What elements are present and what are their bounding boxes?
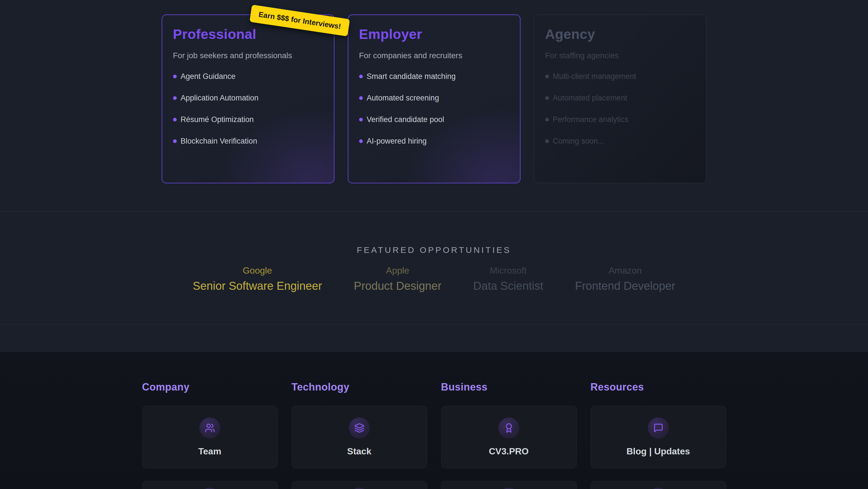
layers-icon xyxy=(349,418,370,438)
footer-card-label: Stack xyxy=(347,446,371,457)
bullet-icon xyxy=(545,75,549,78)
plans-section: Earn $$$ for Interviews! Professional Fo… xyxy=(0,0,868,211)
feature-label: Résumé Optimization xyxy=(181,115,254,124)
feature-label: Smart candidate matching xyxy=(367,72,456,81)
footer-column-business: Business CV3.PRO xyxy=(441,381,577,489)
feature-label: Automated placement xyxy=(553,94,627,103)
footer-card-label: CV3.PRO xyxy=(489,446,528,457)
footer-card-icon xyxy=(199,488,220,489)
job-title: Data Scientist xyxy=(473,280,543,292)
plan-feature-list: Agent Guidance Application Automation Ré… xyxy=(173,72,323,146)
bullet-icon xyxy=(545,139,549,143)
feature-label: Agent Guidance xyxy=(181,72,236,81)
bullet-icon xyxy=(359,139,363,143)
job-title: Senior Software Engineer xyxy=(193,280,322,292)
job-company: Amazon xyxy=(575,265,675,276)
footer-grid: Company Team Technology Stack xyxy=(0,381,868,489)
footer-card-partial[interactable] xyxy=(441,481,577,489)
bullet-icon xyxy=(173,75,177,78)
bullet-icon xyxy=(173,139,177,143)
featured-job-apple[interactable]: Apple Product Designer xyxy=(354,265,441,292)
footer-card-icon xyxy=(349,488,370,489)
job-company: Apple xyxy=(354,265,441,276)
plan-feature: Verified candidate pool xyxy=(359,115,509,124)
feature-label: Coming soon... xyxy=(553,137,604,146)
job-title: Frontend Developer xyxy=(575,280,675,292)
footer-column-heading: Company xyxy=(142,381,278,393)
footer-card-cv3pro[interactable]: CV3.PRO xyxy=(441,406,577,468)
plan-title: Employer xyxy=(359,26,509,42)
footer-column-resources: Resources Blog | Updates xyxy=(591,381,726,489)
plan-feature: Automated placement xyxy=(545,94,695,103)
plan-subtitle: For companies and recruiters xyxy=(359,51,509,60)
plan-feature: Coming soon... xyxy=(545,137,695,146)
plan-feature: AI-powered hiring xyxy=(359,137,509,146)
message-square-icon xyxy=(648,418,669,438)
plan-feature: Automated screening xyxy=(359,94,509,103)
featured-heading: FEATURED OPPORTUNITIES xyxy=(0,245,868,255)
job-company: Microsoft xyxy=(473,265,543,276)
feature-label: Multi-client management xyxy=(553,72,636,81)
footer-card-partial[interactable] xyxy=(291,481,427,489)
feature-label: AI-powered hiring xyxy=(367,137,427,146)
footer-card-stack[interactable]: Stack xyxy=(291,406,427,468)
footer-card-partial[interactable] xyxy=(591,481,726,489)
plan-feature: Performance analytics xyxy=(545,115,695,124)
feature-label: Application Automation xyxy=(181,94,259,103)
footer-column-technology: Technology Stack xyxy=(291,381,427,489)
plan-cards-row: Professional For job seekers and profess… xyxy=(0,15,868,183)
bullet-icon xyxy=(359,75,363,78)
bullet-icon xyxy=(359,118,363,121)
job-company: Google xyxy=(193,265,322,276)
featured-jobs-row: Google Senior Software Engineer Apple Pr… xyxy=(0,265,868,292)
footer-column-heading: Technology xyxy=(291,381,427,393)
plan-feature-list: Smart candidate matching Automated scree… xyxy=(359,72,509,146)
featured-opportunities-section: FEATURED OPPORTUNITIES Google Senior Sof… xyxy=(0,211,868,324)
plan-title: Agency xyxy=(545,26,695,42)
feature-label: Verified candidate pool xyxy=(367,115,444,124)
feature-label: Performance analytics xyxy=(553,115,628,124)
section-spacer xyxy=(0,324,868,352)
featured-job-google[interactable]: Google Senior Software Engineer xyxy=(193,265,322,292)
bullet-icon xyxy=(545,96,549,100)
footer-column-company: Company Team xyxy=(142,381,278,489)
footer-column-heading: Business xyxy=(441,381,577,393)
plan-feature: Agent Guidance xyxy=(173,72,323,81)
feature-label: Automated screening xyxy=(367,94,439,103)
plan-feature-list: Multi-client management Automated placem… xyxy=(545,72,695,146)
plan-feature: Résumé Optimization xyxy=(173,115,323,124)
footer-card-label: Team xyxy=(198,446,221,457)
feature-label: Blockchain Verification xyxy=(181,137,257,146)
plan-feature: Smart candidate matching xyxy=(359,72,509,81)
footer-card-icon xyxy=(498,488,519,489)
bullet-icon xyxy=(545,118,549,121)
plan-subtitle: For staffing agencies xyxy=(545,51,695,60)
award-icon xyxy=(498,418,519,438)
bullet-icon xyxy=(359,96,363,100)
bullet-icon xyxy=(173,96,177,100)
plan-feature: Blockchain Verification xyxy=(173,137,323,146)
plan-card-professional[interactable]: Professional For job seekers and profess… xyxy=(162,15,335,183)
featured-job-amazon[interactable]: Amazon Frontend Developer xyxy=(575,265,675,292)
footer-card-label: Blog | Updates xyxy=(626,446,690,457)
plan-subtitle: For job seekers and professionals xyxy=(173,51,323,60)
plan-feature: Application Automation xyxy=(173,94,323,103)
footer-card-team[interactable]: Team xyxy=(142,406,278,468)
footer: Company Team Technology Stack xyxy=(0,352,868,489)
job-title: Product Designer xyxy=(354,280,441,292)
footer-card-icon xyxy=(648,488,669,489)
plan-feature: Multi-client management xyxy=(545,72,695,81)
users-icon xyxy=(199,418,220,438)
footer-card-partial[interactable] xyxy=(142,481,278,489)
bullet-icon xyxy=(173,118,177,121)
plan-card-agency: Agency For staffing agencies Multi-clien… xyxy=(534,15,707,183)
featured-job-microsoft[interactable]: Microsoft Data Scientist xyxy=(473,265,543,292)
footer-card-blog[interactable]: Blog | Updates xyxy=(591,406,726,468)
footer-column-heading: Resources xyxy=(591,381,726,393)
plan-card-employer[interactable]: Employer For companies and recruiters Sm… xyxy=(348,15,521,183)
